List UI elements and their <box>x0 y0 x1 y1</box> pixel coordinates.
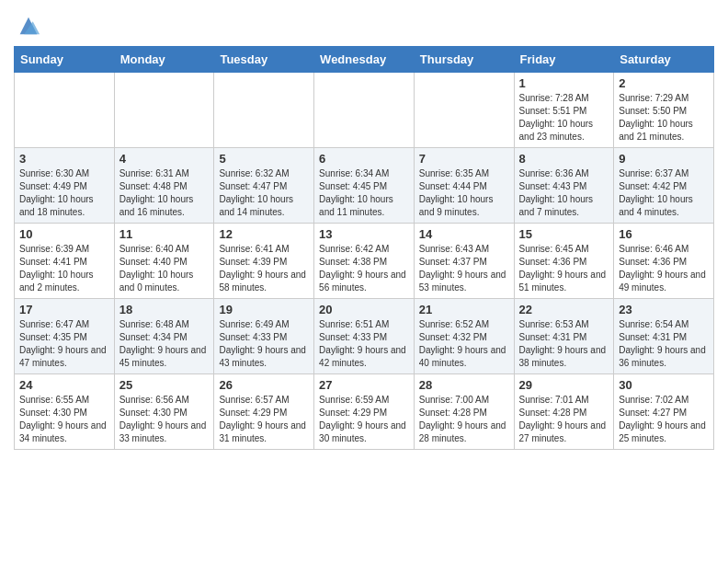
day-number: 4 <box>119 152 210 166</box>
calendar-cell: 1Sunrise: 7:28 AMSunset: 5:51 PMDaylight… <box>514 73 614 148</box>
day-info: Sunrise: 6:45 AMSunset: 4:36 PMDaylight:… <box>519 243 609 294</box>
day-number: 30 <box>619 378 709 392</box>
calendar-cell: 23Sunrise: 6:54 AMSunset: 4:31 PMDayligh… <box>614 299 714 374</box>
calendar-cell: 2Sunrise: 7:29 AMSunset: 5:50 PMDaylight… <box>614 73 714 148</box>
weekday-header-row: SundayMondayTuesdayWednesdayThursdayFrid… <box>15 47 714 73</box>
calendar-cell: 30Sunrise: 7:02 AMSunset: 4:27 PMDayligh… <box>614 374 714 450</box>
day-number: 7 <box>419 152 509 166</box>
day-info: Sunrise: 6:42 AMSunset: 4:38 PMDaylight:… <box>319 243 409 294</box>
calendar-week-row-2: 3Sunrise: 6:30 AMSunset: 4:49 PMDaylight… <box>15 148 714 224</box>
day-info: Sunrise: 6:32 AMSunset: 4:47 PMDaylight:… <box>219 167 309 219</box>
weekday-header-friday: Friday <box>514 47 614 73</box>
calendar-cell: 5Sunrise: 6:32 AMSunset: 4:47 PMDaylight… <box>214 148 314 224</box>
calendar-cell: 27Sunrise: 6:59 AMSunset: 4:29 PMDayligh… <box>314 374 415 450</box>
day-info: Sunrise: 6:52 AMSunset: 4:32 PMDaylight:… <box>419 318 509 370</box>
calendar-cell: 10Sunrise: 6:39 AMSunset: 4:41 PMDayligh… <box>15 224 115 299</box>
day-info: Sunrise: 6:55 AMSunset: 4:30 PMDaylight:… <box>19 394 109 445</box>
calendar-cell: 24Sunrise: 6:55 AMSunset: 4:30 PMDayligh… <box>15 374 115 450</box>
day-info: Sunrise: 6:53 AMSunset: 4:31 PMDaylight:… <box>519 318 609 370</box>
day-number: 29 <box>519 378 609 392</box>
calendar-cell <box>314 73 415 148</box>
day-info: Sunrise: 6:30 AMSunset: 4:49 PMDaylight:… <box>19 167 109 219</box>
day-info: Sunrise: 6:48 AMSunset: 4:34 PMDaylight:… <box>119 318 210 370</box>
day-number: 21 <box>419 303 509 316</box>
day-number: 20 <box>319 303 409 316</box>
day-info: Sunrise: 6:47 AMSunset: 4:35 PMDaylight:… <box>19 318 109 370</box>
day-info: Sunrise: 6:59 AMSunset: 4:29 PMDaylight:… <box>319 394 409 445</box>
day-info: Sunrise: 6:39 AMSunset: 4:41 PMDaylight:… <box>19 243 109 294</box>
weekday-header-tuesday: Tuesday <box>214 47 314 73</box>
day-info: Sunrise: 6:51 AMSunset: 4:33 PMDaylight:… <box>319 318 409 370</box>
calendar-cell: 14Sunrise: 6:43 AMSunset: 4:37 PMDayligh… <box>414 224 514 299</box>
calendar-cell: 16Sunrise: 6:46 AMSunset: 4:36 PMDayligh… <box>614 224 714 299</box>
calendar-cell: 25Sunrise: 6:56 AMSunset: 4:30 PMDayligh… <box>114 374 214 450</box>
day-number: 12 <box>219 227 309 241</box>
day-info: Sunrise: 6:34 AMSunset: 4:45 PMDaylight:… <box>319 167 409 219</box>
calendar-cell <box>214 73 314 148</box>
day-info: Sunrise: 6:41 AMSunset: 4:39 PMDaylight:… <box>219 243 309 294</box>
day-info: Sunrise: 7:00 AMSunset: 4:28 PMDaylight:… <box>419 394 509 445</box>
day-info: Sunrise: 6:54 AMSunset: 4:31 PMDaylight:… <box>619 318 709 370</box>
calendar-cell: 13Sunrise: 6:42 AMSunset: 4:38 PMDayligh… <box>314 224 415 299</box>
calendar-cell: 9Sunrise: 6:37 AMSunset: 4:42 PMDaylight… <box>614 148 714 224</box>
calendar-week-row-5: 24Sunrise: 6:55 AMSunset: 4:30 PMDayligh… <box>15 374 714 450</box>
calendar-cell: 15Sunrise: 6:45 AMSunset: 4:36 PMDayligh… <box>514 224 614 299</box>
day-info: Sunrise: 7:01 AMSunset: 4:28 PMDaylight:… <box>519 394 609 445</box>
calendar-cell: 20Sunrise: 6:51 AMSunset: 4:33 PMDayligh… <box>314 299 415 374</box>
day-info: Sunrise: 6:40 AMSunset: 4:40 PMDaylight:… <box>119 243 210 294</box>
calendar-cell: 21Sunrise: 6:52 AMSunset: 4:32 PMDayligh… <box>414 299 514 374</box>
weekday-header-wednesday: Wednesday <box>314 47 415 73</box>
day-number: 24 <box>19 378 109 392</box>
day-number: 22 <box>519 303 609 316</box>
day-number: 3 <box>19 152 109 166</box>
day-number: 18 <box>119 303 210 316</box>
day-info: Sunrise: 6:36 AMSunset: 4:43 PMDaylight:… <box>519 167 609 219</box>
calendar-cell: 11Sunrise: 6:40 AMSunset: 4:40 PMDayligh… <box>114 224 214 299</box>
calendar-cell: 18Sunrise: 6:48 AMSunset: 4:34 PMDayligh… <box>114 299 214 374</box>
calendar-cell: 12Sunrise: 6:41 AMSunset: 4:39 PMDayligh… <box>214 224 314 299</box>
calendar-table: SundayMondayTuesdayWednesdayThursdayFrid… <box>14 46 714 450</box>
calendar-cell <box>15 73 115 148</box>
calendar-cell: 8Sunrise: 6:36 AMSunset: 4:43 PMDaylight… <box>514 148 614 224</box>
day-info: Sunrise: 6:57 AMSunset: 4:29 PMDaylight:… <box>219 394 309 445</box>
logo <box>14 13 41 39</box>
calendar-cell: 22Sunrise: 6:53 AMSunset: 4:31 PMDayligh… <box>514 299 614 374</box>
day-number: 19 <box>219 303 309 316</box>
calendar-cell: 3Sunrise: 6:30 AMSunset: 4:49 PMDaylight… <box>15 148 115 224</box>
day-number: 16 <box>619 227 709 241</box>
day-info: Sunrise: 6:35 AMSunset: 4:44 PMDaylight:… <box>419 167 509 219</box>
calendar-cell <box>414 73 514 148</box>
day-info: Sunrise: 6:43 AMSunset: 4:37 PMDaylight:… <box>419 243 509 294</box>
calendar-cell <box>114 73 214 148</box>
day-info: Sunrise: 7:28 AMSunset: 5:51 PMDaylight:… <box>519 92 609 144</box>
day-info: Sunrise: 6:49 AMSunset: 4:33 PMDaylight:… <box>219 318 309 370</box>
day-number: 8 <box>519 152 609 166</box>
day-number: 1 <box>519 76 609 90</box>
day-number: 10 <box>19 227 109 241</box>
calendar-cell: 29Sunrise: 7:01 AMSunset: 4:28 PMDayligh… <box>514 374 614 450</box>
day-number: 15 <box>519 227 609 241</box>
calendar-cell: 6Sunrise: 6:34 AMSunset: 4:45 PMDaylight… <box>314 148 415 224</box>
calendar-cell: 17Sunrise: 6:47 AMSunset: 4:35 PMDayligh… <box>15 299 115 374</box>
day-number: 28 <box>419 378 509 392</box>
day-number: 2 <box>619 76 709 90</box>
calendar-cell: 19Sunrise: 6:49 AMSunset: 4:33 PMDayligh… <box>214 299 314 374</box>
calendar-cell: 7Sunrise: 6:35 AMSunset: 4:44 PMDaylight… <box>414 148 514 224</box>
day-info: Sunrise: 6:37 AMSunset: 4:42 PMDaylight:… <box>619 167 709 219</box>
day-number: 26 <box>219 378 309 392</box>
day-number: 5 <box>219 152 309 166</box>
day-number: 17 <box>19 303 109 316</box>
weekday-header-monday: Monday <box>114 47 214 73</box>
page-header <box>14 9 714 39</box>
day-number: 9 <box>619 152 709 166</box>
day-info: Sunrise: 7:02 AMSunset: 4:27 PMDaylight:… <box>619 394 709 445</box>
day-number: 11 <box>119 227 210 241</box>
weekday-header-saturday: Saturday <box>614 47 714 73</box>
day-number: 25 <box>119 378 210 392</box>
calendar-week-row-1: 1Sunrise: 7:28 AMSunset: 5:51 PMDaylight… <box>15 73 714 148</box>
calendar-cell: 28Sunrise: 7:00 AMSunset: 4:28 PMDayligh… <box>414 374 514 450</box>
calendar-cell: 4Sunrise: 6:31 AMSunset: 4:48 PMDaylight… <box>114 148 214 224</box>
weekday-header-sunday: Sunday <box>15 47 115 73</box>
calendar-week-row-3: 10Sunrise: 6:39 AMSunset: 4:41 PMDayligh… <box>15 224 714 299</box>
day-number: 13 <box>319 227 409 241</box>
